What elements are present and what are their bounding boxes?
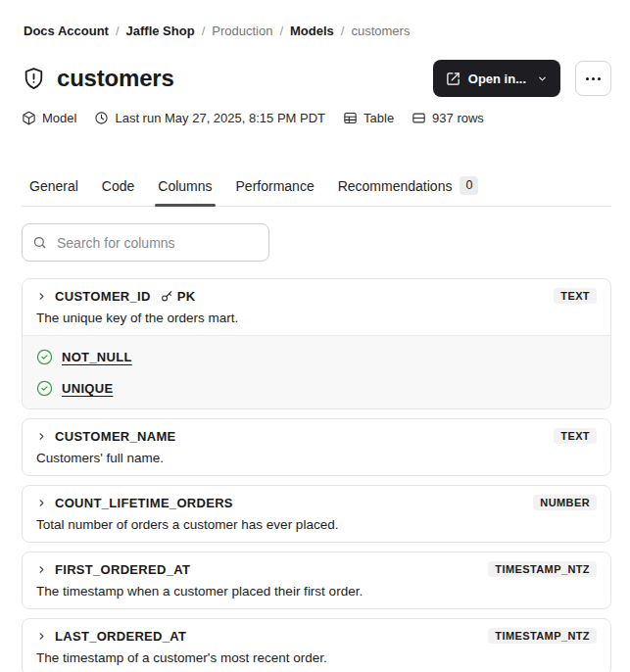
column-type-badge: TIMESTAMP_NTZ <box>488 561 597 577</box>
title-group: customers <box>22 64 174 93</box>
meta-label: Table <box>363 111 394 125</box>
external-link-icon <box>446 72 460 86</box>
breadcrumb-item-customers[interactable]: customers <box>351 24 410 39</box>
test-row: UNIQUE <box>36 372 597 404</box>
meta-label: Last run May 27, 2025, 8:15 PM PDT <box>115 111 325 125</box>
breadcrumb-item-docs-account[interactable]: Docs Account <box>24 24 109 39</box>
column-header[interactable]: CUSTOMER_ID PK TEXT <box>36 287 597 305</box>
title-actions: Open in... <box>433 60 611 97</box>
column-description: The unique key of the orders mart. <box>36 310 597 327</box>
column-card: FIRST_ORDERED_AT TIMESTAMP_NTZ The times… <box>22 552 611 609</box>
tab-performance[interactable]: Performance <box>236 176 315 206</box>
page-title: customers <box>57 64 174 93</box>
model-page: Docs Account/Jaffle Shop/Production/Mode… <box>0 0 630 672</box>
rows-icon <box>412 111 426 125</box>
meta-item: 937 rows <box>412 111 484 125</box>
meta-label: Model <box>42 111 76 125</box>
search-icon <box>32 235 47 250</box>
meta-item: Model <box>22 111 76 125</box>
primary-key-indicator: PK <box>161 289 196 304</box>
column-header[interactable]: LAST_ORDERED_AT TIMESTAMP_NTZ <box>36 627 597 645</box>
column-search <box>22 223 269 262</box>
meta-item: Table <box>343 111 394 125</box>
column-list: CUSTOMER_ID PK TEXT The unique key of th… <box>22 278 611 672</box>
chevron-right-icon <box>36 291 47 302</box>
clock-icon <box>94 111 109 125</box>
more-options-button[interactable] <box>575 61 611 96</box>
column-name: LAST_ORDERED_AT <box>55 629 186 644</box>
column-description: The timestamp when a customer placed the… <box>36 583 597 600</box>
meta-label: 937 rows <box>432 111 484 125</box>
chevron-down-icon <box>537 73 548 84</box>
breadcrumb-separator: / <box>116 24 120 39</box>
column-header[interactable]: FIRST_ORDERED_AT TIMESTAMP_NTZ <box>36 560 597 578</box>
model-icon <box>22 111 36 125</box>
breadcrumb: Docs Account/Jaffle Shop/Production/Mode… <box>22 24 611 39</box>
open-in-label: Open in... <box>468 72 526 86</box>
tab-label: Recommendations <box>338 178 453 194</box>
column-description: Customers' full name. <box>36 450 597 467</box>
chevron-right-icon <box>36 631 47 642</box>
tab-label: Code <box>102 178 134 194</box>
column-card: LAST_ORDERED_AT TIMESTAMP_NTZ The timest… <box>22 618 611 672</box>
column-header[interactable]: COUNT_LIFETIME_ORDERS NUMBER <box>36 494 597 511</box>
column-card: COUNT_LIFETIME_ORDERS NUMBER Total numbe… <box>22 485 611 543</box>
column-tests: NOT_NULL UNIQUE <box>23 335 610 408</box>
column-type-badge: TEXT <box>554 288 597 304</box>
title-row: customers Open in... <box>22 60 611 97</box>
tab-count-badge: 0 <box>460 176 478 195</box>
meta-row: Model Last run May 27, 2025, 8:15 PM PDT… <box>22 111 611 125</box>
check-circle-icon <box>36 380 53 397</box>
column-name: CUSTOMER_ID <box>55 289 151 304</box>
column-card: CUSTOMER_ID PK TEXT The unique key of th… <box>22 278 611 409</box>
column-description: Total number of orders a customer has ev… <box>36 516 597 534</box>
breadcrumb-item-production[interactable]: Production <box>212 24 272 39</box>
chevron-right-icon <box>36 498 47 508</box>
column-name: CUSTOMER_NAME <box>55 429 176 444</box>
pk-label: PK <box>177 289 196 304</box>
column-type-badge: NUMBER <box>533 495 597 510</box>
ellipsis-icon <box>586 77 601 80</box>
tab-label: Columns <box>158 178 212 194</box>
test-row: NOT_NULL <box>36 341 597 372</box>
table-icon <box>343 111 358 125</box>
check-circle-icon <box>36 349 53 365</box>
breadcrumb-item-jaffle-shop[interactable]: Jaffle Shop <box>126 24 195 39</box>
test-link[interactable]: NOT_NULL <box>62 350 132 364</box>
breadcrumb-separator: / <box>279 24 283 39</box>
tab-label: General <box>29 178 78 194</box>
column-type-badge: TIMESTAMP_NTZ <box>488 628 597 644</box>
tab-label: Performance <box>236 178 315 194</box>
key-icon <box>161 290 173 303</box>
breadcrumb-separator: / <box>341 24 345 39</box>
breadcrumb-item-models[interactable]: Models <box>290 24 334 39</box>
shield-alert-icon <box>22 67 46 91</box>
tab-recommendations[interactable]: Recommendations 0 <box>338 176 479 206</box>
tab-columns[interactable]: Columns <box>158 176 212 206</box>
chevron-right-icon <box>36 431 47 442</box>
meta-item: Last run May 27, 2025, 8:15 PM PDT <box>94 111 325 125</box>
column-header[interactable]: CUSTOMER_NAME TEXT <box>36 427 597 445</box>
tab-general[interactable]: General <box>29 176 78 206</box>
search-input[interactable] <box>55 234 259 252</box>
column-name: FIRST_ORDERED_AT <box>55 562 190 577</box>
tab-bar: General Code Columns Performance Recomme… <box>22 176 611 207</box>
tab-code[interactable]: Code <box>102 176 134 206</box>
chevron-right-icon <box>36 564 47 575</box>
column-description: The timestamp of a customer's most recen… <box>36 649 597 667</box>
open-in-button[interactable]: Open in... <box>433 60 560 97</box>
breadcrumb-separator: / <box>202 24 206 39</box>
column-card: CUSTOMER_NAME TEXT Customers' full name. <box>22 418 611 476</box>
test-link[interactable]: UNIQUE <box>62 381 113 396</box>
column-name: COUNT_LIFETIME_ORDERS <box>55 496 233 510</box>
column-type-badge: TEXT <box>554 428 597 444</box>
